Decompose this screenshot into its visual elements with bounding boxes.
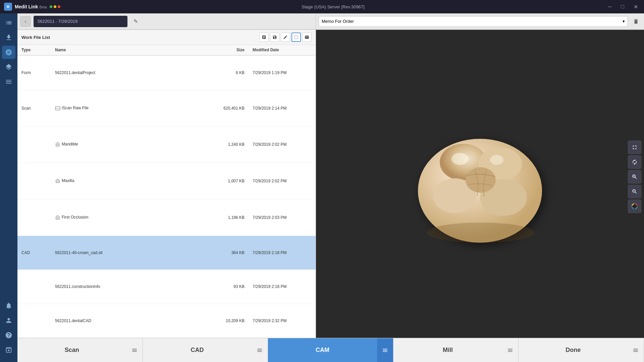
expand-view-button[interactable] (628, 140, 641, 154)
toolbar-icons (259, 33, 312, 42)
sidebar-item-layers[interactable] (2, 60, 15, 74)
main-content: ‹ 5622011 · 7/29/2019 ✎ Memo For Order ▾ (0, 13, 644, 362)
sidebar-bottom (2, 299, 15, 359)
edit-icon-btn[interactable] (281, 33, 290, 42)
svg-point-10 (466, 167, 496, 193)
cell-size: 364 KB (205, 236, 249, 270)
sidebar-item-models[interactable] (2, 46, 15, 59)
table-row[interactable]: Scan iScan Raw File 620,401 KB 7/29/2019… (17, 90, 316, 126)
cell-name: Maxilla (51, 163, 205, 199)
email-icon-btn[interactable] (302, 33, 312, 42)
cell-date: 7/29/2019 2:18 PM (249, 236, 316, 270)
back-button[interactable]: ‹ (20, 16, 31, 27)
table-row[interactable]: Mandible 1,240 KB 7/29/2019 2:02 PM (17, 126, 316, 163)
cad-button[interactable]: CAD (143, 338, 252, 362)
cell-type (17, 163, 51, 199)
cell-name: 5622011-46-crown_cad.stl (51, 236, 205, 270)
table-row[interactable]: CAD 5622011-46-crown_cad.stl 364 KB 7/29… (17, 236, 316, 270)
cell-size: 1,240 KB (205, 126, 249, 163)
cell-type: Form (17, 55, 51, 90)
viewer-panel (316, 30, 644, 338)
file-table: Type Name Size Modified Date Form 562201… (17, 45, 316, 338)
mill-list-button[interactable] (502, 338, 518, 362)
bottom-bar: Scan CAD CAM Mill (17, 338, 644, 362)
sidebar-item-list[interactable] (2, 75, 15, 88)
dot-red (58, 5, 60, 8)
col-name: Name (51, 45, 205, 55)
memo-select[interactable]: Memo For Order ▾ (319, 16, 628, 27)
cell-type (17, 126, 51, 163)
edit-button[interactable]: ✎ (130, 16, 141, 27)
sidebar-item-help[interactable] (2, 328, 15, 342)
export-icon-btn[interactable] (259, 33, 269, 42)
svg-point-12 (490, 155, 503, 165)
server-info: Stage (USA) Server [Rev.30967] (302, 4, 365, 9)
done-button[interactable]: Done (519, 338, 628, 362)
breadcrumb: 5622011 · 7/29/2019 (34, 16, 127, 27)
cell-date: 7/29/2019 2:02 PM (249, 126, 316, 163)
scan-button[interactable]: Scan (17, 338, 126, 362)
table-row[interactable]: Maxilla 1,007 KB 7/29/2019 2:02 PM (17, 163, 316, 199)
cell-type (17, 199, 51, 236)
file-list-panel: Work File List (17, 30, 316, 338)
app-name-text: Medit Link (15, 4, 38, 9)
trash-button[interactable] (631, 16, 641, 27)
cell-size: 10,209 KB (205, 304, 249, 338)
cell-type: Scan (17, 90, 51, 126)
cell-type (17, 270, 51, 304)
cell-size: 93 KB (205, 270, 249, 304)
cam-button[interactable]: CAM (268, 338, 377, 362)
cell-type (17, 304, 51, 338)
save-icon-btn[interactable] (270, 33, 279, 42)
memo-label: Memo For Order (322, 19, 354, 24)
table-row[interactable]: Form 5622011.dentalProject 6 KB 7/29/201… (17, 55, 316, 90)
cad-list-button[interactable] (252, 338, 268, 362)
cell-size: 1,007 KB (205, 163, 249, 199)
cell-size: 620,401 KB (205, 90, 249, 126)
done-list-button[interactable] (628, 338, 644, 362)
scan-group: Scan (17, 338, 143, 362)
cell-size: 6 KB (205, 55, 249, 90)
case-info-text: 5622011 · 7/29/2019 (38, 19, 77, 24)
svg-point-15 (633, 205, 636, 207)
svg-point-11 (451, 153, 468, 165)
cell-name: Mandible (51, 126, 205, 163)
close-button[interactable]: ✕ (632, 3, 640, 11)
cell-date: 7/29/2019 2:32 PM (249, 304, 316, 338)
sidebar-item-archive[interactable] (2, 343, 15, 357)
zoom-in-button[interactable] (628, 170, 641, 183)
cell-name: iScan Raw File (51, 90, 205, 126)
sidebar-item-user[interactable] (2, 314, 15, 327)
title-bar-controls: ─ □ ✕ (606, 3, 640, 11)
scan-list-button[interactable] (126, 338, 143, 362)
restore-button[interactable]: □ (619, 3, 626, 11)
status-dots (50, 5, 60, 8)
left-header: ‹ 5622011 · 7/29/2019 ✎ (17, 13, 316, 29)
cam-list-button[interactable] (377, 338, 393, 362)
table-row[interactable]: 5622011.constructionInfo 93 KB 7/29/2019… (17, 270, 316, 304)
col-size: Size (205, 45, 249, 55)
work-file-list-title: Work File List (21, 35, 50, 40)
cell-name: 5622011.constructionInfo (51, 270, 205, 304)
svg-point-13 (427, 223, 534, 243)
select-all-icon-btn[interactable] (291, 33, 301, 42)
mill-group: Mill (393, 338, 519, 362)
sidebar-item-upload[interactable] (2, 31, 15, 44)
cell-date: 7/29/2019 2:18 PM (249, 270, 316, 304)
sidebar-item-notifications[interactable] (2, 299, 15, 312)
scan-file-icon (55, 106, 60, 111)
zoom-out-button[interactable] (628, 185, 641, 198)
cad-group: CAD (143, 338, 268, 362)
minimize-button[interactable]: ─ (606, 3, 613, 11)
right-panel-header: Memo For Order ▾ (316, 13, 644, 29)
rotate-button[interactable] (628, 155, 641, 169)
table-row[interactable]: First Occlusion 1,196 KB 7/29/2019 2:03 … (17, 199, 316, 236)
content-split: Work File List (17, 30, 644, 338)
app-name: Medit Link Beta (15, 4, 47, 9)
cell-date: 7/29/2019 1:19 PM (249, 55, 316, 90)
color-mode-button[interactable] (628, 199, 641, 213)
done-group: Done (519, 338, 644, 362)
table-row[interactable]: 5622011.dentalCAD 10,209 KB 7/29/2019 2:… (17, 304, 316, 338)
sidebar-item-home[interactable] (2, 16, 15, 29)
mill-button[interactable]: Mill (393, 338, 502, 362)
